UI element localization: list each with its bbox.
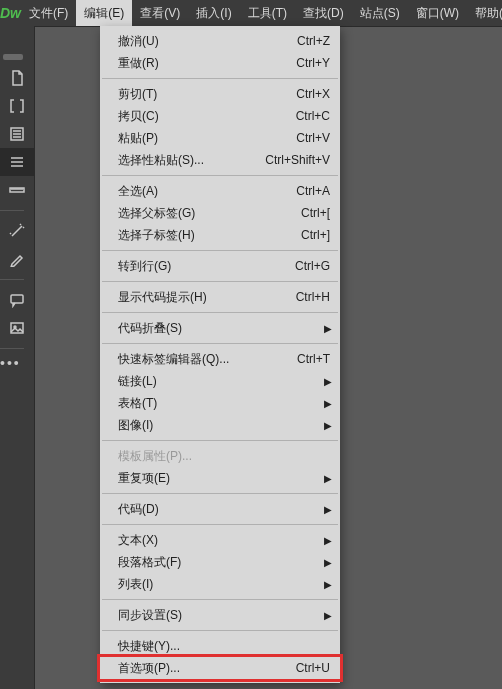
- menu-item-shortcut: Ctrl+Y: [296, 56, 330, 70]
- menu-item-label: 图像(I): [118, 417, 330, 434]
- menu-item-label: 表格(T): [118, 395, 330, 412]
- submenu-arrow-icon: ▶: [324, 323, 332, 334]
- menu-item-label: 剪切(T): [118, 86, 286, 103]
- submenu-arrow-icon: ▶: [324, 376, 332, 387]
- comment-icon[interactable]: [0, 286, 34, 314]
- submenu-arrow-icon: ▶: [324, 398, 332, 409]
- menu-item-label: 显示代码提示(H): [118, 289, 286, 306]
- submenu-arrow-icon: ▶: [324, 610, 332, 621]
- menu-item-label: 快速标签编辑器(Q)...: [118, 351, 287, 368]
- menu-item-shortcut: Ctrl+X: [296, 87, 330, 101]
- submenu-arrow-icon: ▶: [324, 535, 332, 546]
- menu-item[interactable]: 粘贴(P)Ctrl+V: [100, 127, 340, 149]
- menubar-item-5[interactable]: 查找(D): [295, 0, 352, 26]
- pen-icon[interactable]: [0, 245, 34, 273]
- menu-item-shortcut: Ctrl+]: [301, 228, 330, 242]
- menu-item[interactable]: 转到行(G)Ctrl+G: [100, 255, 340, 277]
- menu-item[interactable]: 重复项(E)▶: [100, 467, 340, 489]
- menubar-item-0[interactable]: 文件(F): [21, 0, 76, 26]
- menu-item[interactable]: 表格(T)▶: [100, 392, 340, 414]
- menu-item-label: 粘贴(P): [118, 130, 286, 147]
- image-icon[interactable]: [0, 314, 34, 342]
- menu-item[interactable]: 重做(R)Ctrl+Y: [100, 52, 340, 74]
- menu-item-shortcut: Ctrl+U: [296, 661, 330, 675]
- menu-item[interactable]: 显示代码提示(H)Ctrl+H: [100, 286, 340, 308]
- menu-item-shortcut: Ctrl+V: [296, 131, 330, 145]
- edit-menu-dropdown: 撤消(U)Ctrl+Z重做(R)Ctrl+Y剪切(T)Ctrl+X拷贝(C)Ct…: [100, 26, 340, 683]
- menu-item[interactable]: 段落格式(F)▶: [100, 551, 340, 573]
- menubar-item-7[interactable]: 窗口(W): [408, 0, 467, 26]
- menu-item[interactable]: 选择子标签(H)Ctrl+]: [100, 224, 340, 246]
- menu-item[interactable]: 剪切(T)Ctrl+X: [100, 83, 340, 105]
- wand-icon[interactable]: [0, 217, 34, 245]
- menu-item-shortcut: Ctrl+Z: [297, 34, 330, 48]
- menu-item-shortcut: Ctrl+T: [297, 352, 330, 366]
- menu-item[interactable]: 同步设置(S)▶: [100, 604, 340, 626]
- menu-item[interactable]: 文本(X)▶: [100, 529, 340, 551]
- menu-item[interactable]: 拷贝(C)Ctrl+C: [100, 105, 340, 127]
- menu-item-shortcut: Ctrl+G: [295, 259, 330, 273]
- menu-item[interactable]: 链接(L)▶: [100, 370, 340, 392]
- menubar-item-6[interactable]: 站点(S): [352, 0, 408, 26]
- menu-item-shortcut: Ctrl+[: [301, 206, 330, 220]
- menu-item[interactable]: 首选项(P)...Ctrl+U: [100, 657, 340, 679]
- menu-item-label: 段落格式(F): [118, 554, 330, 571]
- submenu-arrow-icon: ▶: [324, 504, 332, 515]
- menu-item-label: 首选项(P)...: [118, 660, 286, 677]
- submenu-arrow-icon: ▶: [324, 420, 332, 431]
- menu-item-shortcut: Ctrl+A: [296, 184, 330, 198]
- list-icon[interactable]: [0, 120, 34, 148]
- menu-item-label: 选择性粘贴(S)...: [118, 152, 255, 169]
- panel-tab-nub[interactable]: [3, 54, 23, 60]
- menu-item[interactable]: 列表(I)▶: [100, 573, 340, 595]
- menu-item-label: 重复项(E): [118, 470, 330, 487]
- menu-item-label: 撤消(U): [118, 33, 287, 50]
- menu-item-label: 文本(X): [118, 532, 330, 549]
- svg-rect-2: [11, 295, 23, 303]
- menubar-item-1[interactable]: 编辑(E): [76, 0, 132, 26]
- menu-item-shortcut: Ctrl+H: [296, 290, 330, 304]
- menu-item-label: 拷贝(C): [118, 108, 286, 125]
- menu-item[interactable]: 选择父标签(G)Ctrl+[: [100, 202, 340, 224]
- menu-item-label: 链接(L): [118, 373, 330, 390]
- menu-item[interactable]: 撤消(U)Ctrl+Z: [100, 30, 340, 52]
- menu-item-label: 快捷键(Y)...: [118, 638, 330, 655]
- brackets-icon[interactable]: [0, 92, 34, 120]
- toolbar-separator: [0, 210, 24, 211]
- menu-item[interactable]: 选择性粘贴(S)...Ctrl+Shift+V: [100, 149, 340, 171]
- menu-item-label: 全选(A): [118, 183, 286, 200]
- menu-item[interactable]: 代码(D)▶: [100, 498, 340, 520]
- menu-item-label: 选择子标签(H): [118, 227, 291, 244]
- submenu-arrow-icon: ▶: [324, 473, 332, 484]
- menu-item-label: 重做(R): [118, 55, 286, 72]
- menu-item-label: 模板属性(P)...: [118, 448, 330, 465]
- menu-item-label: 代码折叠(S): [118, 320, 330, 337]
- menu-item-label: 同步设置(S): [118, 607, 330, 624]
- menu-item[interactable]: 快捷键(Y)...: [100, 635, 340, 657]
- left-toolbar: •••: [0, 26, 35, 689]
- menu-item-shortcut: Ctrl+C: [296, 109, 330, 123]
- toolbar-overflow-icon[interactable]: •••: [0, 355, 34, 371]
- toolbar-separator: [0, 279, 24, 280]
- menu-item: 模板属性(P)...: [100, 445, 340, 467]
- menu-item[interactable]: 全选(A)Ctrl+A: [100, 180, 340, 202]
- file-icon[interactable]: [0, 64, 34, 92]
- menu-item-label: 转到行(G): [118, 258, 285, 275]
- menubar-item-2[interactable]: 查看(V): [132, 0, 188, 26]
- menu-item[interactable]: 快速标签编辑器(Q)...Ctrl+T: [100, 348, 340, 370]
- submenu-arrow-icon: ▶: [324, 579, 332, 590]
- ruler-icon[interactable]: [0, 176, 34, 204]
- menu-item[interactable]: 图像(I)▶: [100, 414, 340, 436]
- menu-item-shortcut: Ctrl+Shift+V: [265, 153, 330, 167]
- menu-item-label: 代码(D): [118, 501, 330, 518]
- menubar-item-8[interactable]: 帮助(H): [467, 0, 502, 26]
- menu-item-label: 列表(I): [118, 576, 330, 593]
- svg-rect-3: [11, 323, 23, 333]
- submenu-arrow-icon: ▶: [324, 557, 332, 568]
- lines-icon[interactable]: [0, 148, 34, 176]
- menubar-item-4[interactable]: 工具(T): [240, 0, 295, 26]
- menubar-item-3[interactable]: 插入(I): [188, 0, 239, 26]
- app-logo: Dw: [0, 0, 21, 26]
- menu-item[interactable]: 代码折叠(S)▶: [100, 317, 340, 339]
- menu-item-label: 选择父标签(G): [118, 205, 291, 222]
